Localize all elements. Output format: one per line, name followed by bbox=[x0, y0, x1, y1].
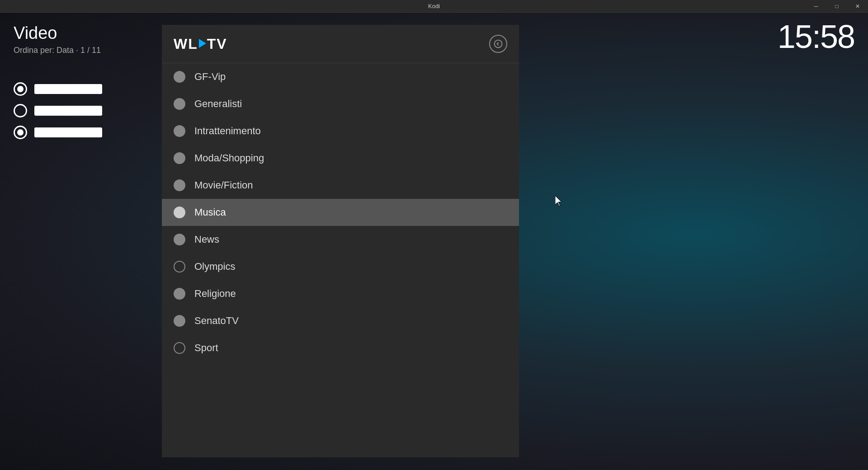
category-item-religione[interactable]: Religione bbox=[162, 280, 519, 307]
list-item bbox=[14, 126, 147, 139]
category-item-intrattenimento[interactable]: Intrattenimento bbox=[162, 118, 519, 145]
svg-point-0 bbox=[495, 40, 502, 48]
radio-icon bbox=[174, 288, 185, 300]
category-label: News bbox=[194, 234, 219, 245]
clock: 15:58 bbox=[778, 18, 854, 55]
titlebar-controls: ─ □ ✕ bbox=[806, 0, 868, 13]
category-item-movie-fiction[interactable]: Movie/Fiction bbox=[162, 172, 519, 199]
category-item-gf-vip[interactable]: GF-Vip bbox=[162, 63, 519, 90]
radio-icon bbox=[14, 126, 27, 139]
left-panel: Video Ordina per: Data · 1 / 11 bbox=[0, 13, 160, 470]
list-item bbox=[14, 104, 147, 118]
item-bar bbox=[34, 127, 102, 137]
radio-icon bbox=[174, 98, 185, 110]
item-bar bbox=[34, 106, 102, 116]
page-subtitle: Ordina per: Data · 1 / 11 bbox=[14, 46, 147, 55]
radio-icon bbox=[174, 125, 185, 137]
wltv-logo: WL TV bbox=[174, 36, 227, 52]
radio-icon bbox=[174, 261, 185, 273]
category-label: Movie/Fiction bbox=[194, 179, 253, 191]
radio-icon bbox=[14, 104, 27, 118]
category-item-senatotv[interactable]: SenatoTV bbox=[162, 307, 519, 334]
category-label: SenatoTV bbox=[194, 315, 239, 327]
page-title: Video bbox=[14, 24, 147, 43]
category-label: Generalisti bbox=[194, 98, 242, 110]
category-item-moda-shopping[interactable]: Moda/Shopping bbox=[162, 145, 519, 172]
radio-icon bbox=[174, 179, 185, 191]
titlebar: Kodi ─ □ ✕ bbox=[0, 0, 868, 13]
category-item-musica[interactable]: Musica bbox=[162, 199, 519, 226]
logo-text-left: WL bbox=[174, 36, 198, 52]
minimize-button[interactable]: ─ bbox=[806, 0, 826, 13]
radio-icon bbox=[174, 152, 185, 164]
radio-icon bbox=[174, 234, 185, 245]
category-item-news[interactable]: News bbox=[162, 226, 519, 253]
list-item bbox=[14, 82, 147, 96]
category-item-generalisti[interactable]: Generalisti bbox=[162, 90, 519, 118]
main-panel: WL TV GF-VipGeneralistiIntrattenimentoMo… bbox=[162, 25, 519, 457]
logo-text-right: TV bbox=[207, 36, 227, 52]
category-label: Religione bbox=[194, 288, 236, 300]
category-label: Sport bbox=[194, 342, 218, 354]
category-item-olympics[interactable]: Olympics bbox=[162, 253, 519, 280]
radio-icon bbox=[174, 315, 185, 327]
titlebar-title: Kodi bbox=[428, 3, 440, 9]
panel-header: WL TV bbox=[162, 25, 519, 63]
radio-icon bbox=[174, 71, 185, 83]
category-item-sport[interactable]: Sport bbox=[162, 334, 519, 362]
category-label: Olympics bbox=[194, 261, 235, 273]
radio-icon bbox=[174, 342, 185, 354]
radio-icon bbox=[14, 82, 27, 96]
category-label: Intrattenimento bbox=[194, 125, 261, 137]
category-label: Musica bbox=[194, 207, 226, 218]
category-list: GF-VipGeneralistiIntrattenimentoModa/Sho… bbox=[162, 63, 519, 362]
category-label: GF-Vip bbox=[194, 71, 226, 83]
close-button[interactable]: ✕ bbox=[847, 0, 868, 13]
left-items bbox=[14, 82, 147, 139]
item-bar bbox=[34, 84, 102, 94]
back-button[interactable] bbox=[489, 35, 507, 53]
maximize-button[interactable]: □ bbox=[826, 0, 847, 13]
category-label: Moda/Shopping bbox=[194, 152, 264, 164]
logo-play-icon bbox=[199, 39, 206, 48]
radio-icon bbox=[174, 207, 185, 218]
